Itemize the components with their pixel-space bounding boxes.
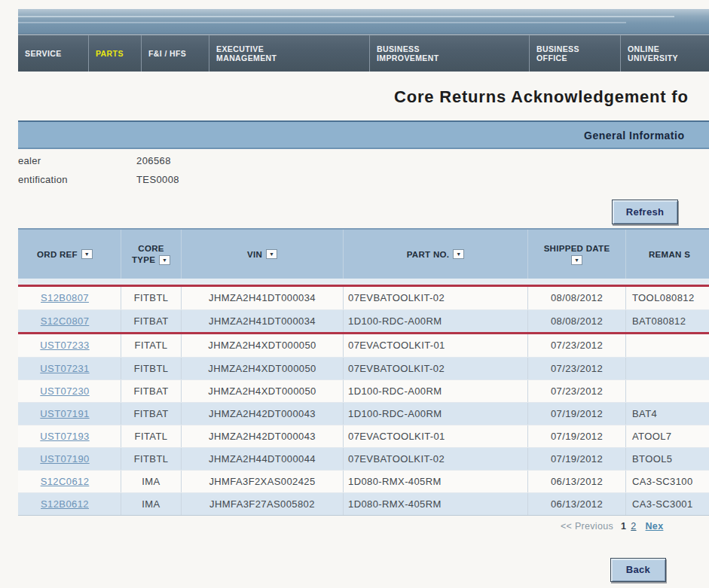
table-cell-part_no: 1D100-RDC-A00RM xyxy=(343,380,527,402)
ord-ref-link[interactable]: S12C0612 xyxy=(41,476,90,487)
ord-ref-cell: S12C0807 xyxy=(18,310,121,332)
dealer-label: ealer xyxy=(18,155,41,166)
table-cell-core_type: IMA xyxy=(121,493,181,515)
table-cell-reman_serial: CA3-SC3001 xyxy=(625,493,709,515)
ord-ref-link[interactable]: UST07231 xyxy=(40,363,89,374)
nav-tab-business-improvement[interactable]: BUSINESS IMPROVEMENT xyxy=(369,35,529,72)
table-cell-reman_serial: TOOL080812 xyxy=(625,287,709,309)
identification-field-row: entification TES0008 xyxy=(18,174,470,193)
ord-ref-link[interactable]: UST07230 xyxy=(40,385,89,397)
table-cell-shipped_date: 07/19/2012 xyxy=(527,425,625,447)
nav-tab-label: PARTS xyxy=(96,49,141,59)
column-label: TYPE xyxy=(132,255,155,264)
column-label: REMAN S xyxy=(649,250,690,259)
dealer-field-row: ealer 206568 xyxy=(18,155,470,174)
table-header-row: ORD REF ▼ CORE TYPE ▼ VIN ▼ xyxy=(18,228,709,279)
main-navigation: SERVICE PARTS F&I / HFS EXECUTIVE MANAGE… xyxy=(18,34,709,72)
page-content: SERVICE PARTS F&I / HFS EXECUTIVE MANAGE… xyxy=(18,0,709,588)
nav-tab-business-office[interactable]: BUSINESS OFFICE xyxy=(529,35,620,72)
table-row: S12B0612IMAJHMFA3F27AS0058021D080-RMX-40… xyxy=(18,492,709,515)
nav-tab-online-university[interactable]: ONLINE UNIVERSITY xyxy=(620,35,709,72)
table-cell-vin: JHMZA2H44DT000044 xyxy=(181,448,343,470)
column-label: SHIPPED DATE xyxy=(544,244,610,253)
identification-label: entification xyxy=(18,174,68,185)
table-cell-part_no: 1D100-RDC-A00RM xyxy=(343,403,527,425)
column-label: CORE xyxy=(138,244,163,253)
ord-ref-link[interactable]: S12B0807 xyxy=(41,292,89,303)
page-2-link[interactable]: 2 xyxy=(631,521,636,532)
column-header-shipped-date: SHIPPED DATE ▼ xyxy=(527,230,625,279)
ord-ref-cell: S12B0612 xyxy=(18,493,121,515)
table-bottom-border xyxy=(18,515,709,516)
nav-tab-service[interactable]: SERVICE xyxy=(18,35,88,72)
table-cell-part_no: 07EVBATOOLKIT-02 xyxy=(343,448,527,470)
pagination: << Previous 1 2 Nex xyxy=(561,521,663,532)
table-cell-shipped_date: 07/19/2012 xyxy=(527,448,625,470)
table-cell-vin: JHMFA3F27AS005802 xyxy=(181,493,343,515)
nav-tab-label: BUSINESS xyxy=(377,44,529,54)
table-cell-core_type: IMA xyxy=(121,471,181,492)
table-cell-core_type: FITBTL xyxy=(121,448,181,470)
table-cell-reman_serial: BTOOL5 xyxy=(625,448,709,470)
ord-ref-link[interactable]: S12C0807 xyxy=(41,315,90,327)
identification-value: TES0008 xyxy=(136,174,179,185)
nav-tab-label: SERVICE xyxy=(25,49,88,59)
table-row: UST07190FITBTLJHMZA2H44DT00004407EVBATOO… xyxy=(18,447,709,470)
screen: SERVICE PARTS F&I / HFS EXECUTIVE MANAGE… xyxy=(0,0,709,588)
column-header-vin: VIN ▼ xyxy=(181,230,343,279)
table-cell-shipped_date: 07/23/2012 xyxy=(527,358,625,379)
nav-tab-fi-hfs[interactable]: F&I / HFS xyxy=(141,35,209,72)
column-header-ord-ref: ORD REF ▼ xyxy=(18,249,121,259)
table-cell-part_no: 07EVBATOOLKIT-02 xyxy=(343,287,527,309)
table-cell-core_type: FITBTL xyxy=(121,358,181,379)
table-row: UST07231FITBTLJHMZA2H4XDT00005007EVBATOO… xyxy=(18,357,709,379)
ord-ref-link[interactable]: UST07191 xyxy=(40,408,89,419)
header-banner-graphic xyxy=(18,9,709,34)
back-button[interactable]: Back xyxy=(610,558,666,582)
ord-ref-link[interactable]: UST07233 xyxy=(40,340,89,351)
ord-ref-link[interactable]: UST07193 xyxy=(40,431,89,442)
general-information-section-header: General Informatio xyxy=(18,120,709,149)
table-cell-reman_serial xyxy=(625,358,709,379)
table-cell-core_type: FITATL xyxy=(121,334,181,357)
table-cell-vin: JHMZA2H4XDT000050 xyxy=(181,358,343,379)
section-header-label: General Informatio xyxy=(584,129,684,142)
table-cell-shipped_date: 08/08/2012 xyxy=(527,287,625,309)
ord-ref-cell: S12C0612 xyxy=(18,471,121,492)
sort-arrow-icon[interactable]: ▼ xyxy=(571,255,582,265)
table-cell-vin: JHMZA2H4XDT000050 xyxy=(181,334,343,357)
nav-tab-label: BUSINESS xyxy=(536,44,620,54)
table-cell-vin: JHMZA2H4XDT000050 xyxy=(181,380,343,402)
column-header-core-type: CORE TYPE ▼ xyxy=(121,230,181,279)
table-cell-core_type: FITBAT xyxy=(121,403,181,425)
nav-tab-label: F&I / HFS xyxy=(148,49,209,59)
sort-arrow-icon[interactable]: ▼ xyxy=(453,249,464,259)
nav-tab-executive-management[interactable]: EXECUTIVE MANAGEMENT xyxy=(209,35,369,72)
table-cell-core_type: FITBTL xyxy=(121,287,181,309)
table-cell-reman_serial xyxy=(625,380,709,402)
banner-streak xyxy=(18,16,674,17)
table-cell-core_type: FITBAT xyxy=(121,310,181,332)
ord-ref-cell: UST07190 xyxy=(18,448,121,470)
next-page-link[interactable]: Nex xyxy=(646,521,664,532)
ord-ref-link[interactable]: S12B0612 xyxy=(41,498,89,510)
sort-arrow-icon[interactable]: ▼ xyxy=(159,255,170,265)
banner-streak xyxy=(18,22,626,23)
table-row: UST07230FITBATJHMZA2H4XDT0000501D100-RDC… xyxy=(18,379,709,402)
previous-page-link[interactable]: << Previous xyxy=(561,521,613,532)
sort-arrow-icon[interactable]: ▼ xyxy=(266,249,277,259)
table-row: UST07233FITATLJHMZA2H4XDT00005007EVACTOO… xyxy=(18,334,709,357)
table-cell-shipped_date: 07/23/2012 xyxy=(527,334,625,357)
nav-tab-label: OFFICE xyxy=(536,53,620,63)
sort-arrow-icon[interactable]: ▼ xyxy=(81,249,93,259)
current-page-number: 1 xyxy=(621,521,626,532)
nav-tab-parts[interactable]: PARTS xyxy=(88,35,141,72)
refresh-button[interactable]: Refresh xyxy=(612,200,678,224)
ord-ref-link[interactable]: UST07190 xyxy=(40,453,89,465)
ord-ref-cell: UST07233 xyxy=(18,334,121,357)
table-cell-reman_serial xyxy=(625,334,709,357)
table-cell-vin: JHMZA2H42DT000043 xyxy=(181,425,343,447)
nav-tab-label: ONLINE xyxy=(628,44,709,54)
page-title: Core Returns Acknowledgement fo xyxy=(394,87,689,107)
dealer-value: 206568 xyxy=(136,155,171,166)
